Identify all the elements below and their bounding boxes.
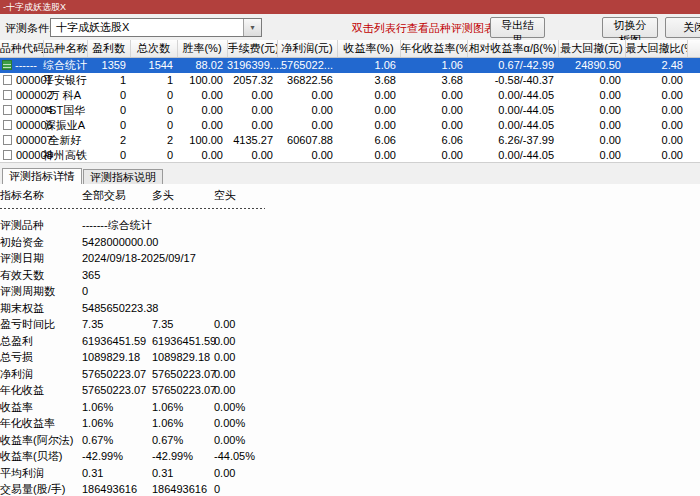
column-header[interactable]: 年化收益率(%) — [400, 40, 467, 57]
table-row[interactable]: 000007全新好22100.004135.2760607.886.066.06… — [0, 133, 700, 148]
condition-combobox[interactable]: 十字成妖选股X ▾ — [50, 18, 262, 37]
cell-code[interactable]: ------ — [0, 57, 43, 73]
export-results-button[interactable]: 导出结果 — [490, 17, 545, 38]
chevron-down-icon[interactable]: ▾ — [243, 19, 261, 36]
cell-code[interactable]: 000006 — [0, 118, 43, 133]
cell-drawdown_pct[interactable]: 0.00 — [625, 118, 687, 133]
cell-name[interactable]: 全新好 — [43, 133, 87, 148]
cell-total[interactable]: 2 — [130, 133, 177, 148]
cell-drawdown[interactable]: 24890.50 — [558, 57, 625, 73]
cell-drawdown_pct[interactable]: 2.48 — [625, 57, 687, 73]
cell-annual[interactable]: 0.00 — [400, 88, 467, 103]
cell-annual[interactable]: 0.00 — [400, 103, 467, 118]
tab-0[interactable]: 评测指标详情 — [2, 168, 82, 184]
cell-drawdown_pct[interactable]: 0.00 — [625, 73, 687, 88]
window-titlebar[interactable]: -十字成妖选股X — [0, 0, 700, 14]
cell-name[interactable]: 深振业A — [43, 118, 87, 133]
cell-ret[interactable]: 0.00 — [337, 118, 400, 133]
table-row[interactable]: 000002万 科A000.000.000.000.000.000.00/-44… — [0, 88, 700, 103]
cell-code[interactable]: 000004 — [0, 103, 43, 118]
cell-ret[interactable]: 3.68 — [337, 73, 400, 88]
cell-win[interactable]: 0 — [87, 88, 130, 103]
cell-fee[interactable]: 0.00 — [227, 148, 277, 163]
column-header[interactable]: 盈利数 — [87, 40, 130, 57]
column-header[interactable]: 最大回撤比(%) — [625, 40, 687, 57]
cell-rate[interactable]: 88.02 — [177, 57, 227, 73]
cell-fee[interactable]: 4135.27 — [227, 133, 277, 148]
cell-drawdown[interactable]: 0.00 — [558, 148, 625, 163]
cell-alpha_beta[interactable]: 0.67/-42.99 — [467, 57, 558, 73]
cell-code[interactable]: 000007 — [0, 133, 43, 148]
cell-code[interactable]: 000002 — [0, 88, 43, 103]
column-header[interactable]: 最大回撤(元) — [558, 40, 625, 57]
cell-ret[interactable]: 0.00 — [337, 148, 400, 163]
cell-drawdown_pct[interactable]: 0.00 — [625, 88, 687, 103]
cell-annual[interactable]: 3.68 — [400, 73, 467, 88]
cell-code[interactable]: 000008 — [0, 148, 43, 163]
cell-total[interactable]: 0 — [130, 88, 177, 103]
cell-profit[interactable]: 0.00 — [277, 88, 337, 103]
cell-win[interactable]: 0 — [87, 103, 130, 118]
cell-total[interactable]: 1 — [130, 73, 177, 88]
tab-1[interactable]: 评测指标说明 — [83, 169, 163, 184]
cell-drawdown_pct[interactable]: 0.00 — [625, 103, 687, 118]
column-header[interactable]: 品种代码 — [0, 40, 43, 57]
cell-ret[interactable]: 6.06 — [337, 133, 400, 148]
cell-rate[interactable]: 0.00 — [177, 88, 227, 103]
cell-win[interactable]: 0 — [87, 118, 130, 133]
cell-alpha_beta[interactable]: 0.00/-44.05 — [467, 148, 558, 163]
column-header[interactable]: 手续费(元) — [227, 40, 277, 57]
cell-alpha_beta[interactable]: 6.26/-37.99 — [467, 133, 558, 148]
cell-profit[interactable]: 0.00 — [277, 103, 337, 118]
cell-profit[interactable]: 60607.88 — [277, 133, 337, 148]
cell-fee[interactable]: 2057.32 — [227, 73, 277, 88]
cell-total[interactable]: 0 — [130, 103, 177, 118]
cell-alpha_beta[interactable]: 0.00/-44.05 — [467, 88, 558, 103]
column-header[interactable]: 总次数 — [130, 40, 177, 57]
cell-code[interactable]: 000001 — [0, 73, 43, 88]
table-row[interactable]: ------综合统计1359154488.023196399....576502… — [0, 57, 700, 73]
column-header[interactable]: 相对收益率α/β(%) — [467, 40, 558, 57]
cell-drawdown[interactable]: 0.00 — [558, 88, 625, 103]
cell-rate[interactable]: 0.00 — [177, 103, 227, 118]
column-header[interactable]: 净利润(元) — [277, 40, 337, 57]
cell-annual[interactable]: 6.06 — [400, 133, 467, 148]
cell-fee[interactable]: 0.00 — [227, 88, 277, 103]
cell-ret[interactable]: 0.00 — [337, 103, 400, 118]
cell-ret[interactable]: 1.06 — [337, 57, 400, 73]
cell-name[interactable]: 万 科A — [43, 88, 87, 103]
cell-annual[interactable]: 0.00 — [400, 118, 467, 133]
cell-name[interactable]: 综合统计 — [43, 57, 87, 73]
cell-win[interactable]: 1 — [87, 73, 130, 88]
cell-name[interactable]: 神州高铁 — [43, 148, 87, 163]
cell-drawdown[interactable]: 0.00 — [558, 103, 625, 118]
cell-rate[interactable]: 100.00 — [177, 73, 227, 88]
column-header[interactable]: 收益率(%) — [337, 40, 400, 57]
cell-win[interactable]: 2 — [87, 133, 130, 148]
table-row[interactable]: 000004*ST国华000.000.000.000.000.000.00/-4… — [0, 103, 700, 118]
cell-profit[interactable]: 5765022... — [277, 57, 337, 73]
cell-alpha_beta[interactable]: 0.00/-44.05 — [467, 118, 558, 133]
cell-total[interactable]: 0 — [130, 118, 177, 133]
cell-alpha_beta[interactable]: -0.58/-40.37 — [467, 73, 558, 88]
cell-drawdown[interactable]: 0.00 — [558, 118, 625, 133]
cell-ret[interactable]: 0.00 — [337, 88, 400, 103]
table-row[interactable]: 000006深振业A000.000.000.000.000.000.00/-44… — [0, 118, 700, 133]
cell-fee[interactable]: 0.00 — [227, 103, 277, 118]
column-header[interactable]: 胜率(%) — [177, 40, 227, 57]
cell-drawdown[interactable]: 0.00 — [558, 133, 625, 148]
cell-annual[interactable]: 1.06 — [400, 57, 467, 73]
cell-rate[interactable]: 100.00 — [177, 133, 227, 148]
cell-drawdown[interactable]: 0.00 — [558, 73, 625, 88]
cell-drawdown_pct[interactable]: 0.00 — [625, 133, 687, 148]
cell-name[interactable]: *ST国华 — [43, 103, 87, 118]
column-header[interactable]: 品种名称 — [43, 40, 87, 57]
cell-win[interactable]: 0 — [87, 148, 130, 163]
table-row[interactable]: 000001平安银行11100.002057.3236822.563.683.6… — [0, 73, 700, 88]
switch-analysis-chart-button[interactable]: 切换分析图 — [602, 17, 658, 38]
cell-profit[interactable]: 0.00 — [277, 148, 337, 163]
close-button[interactable]: 关闭 — [665, 17, 700, 38]
table-row[interactable]: 000008神州高铁000.000.000.000.000.000.00/-44… — [0, 148, 700, 163]
cell-total[interactable]: 0 — [130, 148, 177, 163]
cell-annual[interactable]: 0.00 — [400, 148, 467, 163]
